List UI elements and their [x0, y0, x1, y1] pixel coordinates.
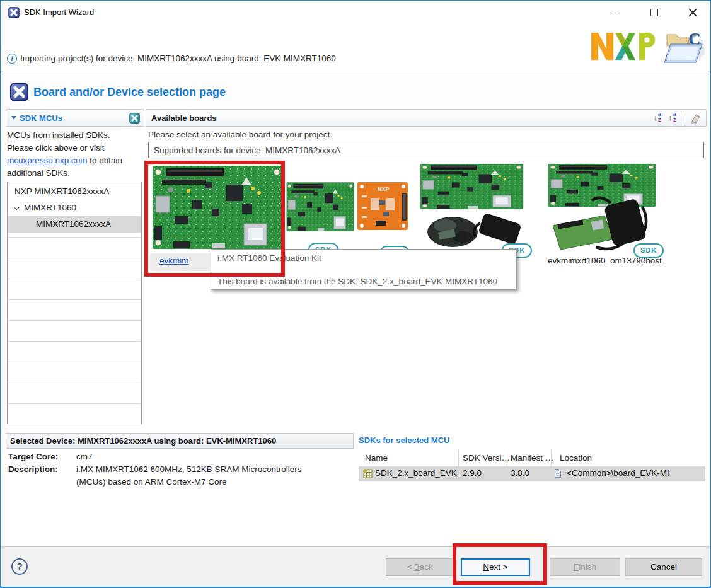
mcu-tree: NXP MIMXRT1062xxxxA MIMXRT1060 MIMXRT106…: [7, 182, 142, 424]
cancel-button[interactable]: Cancel: [625, 558, 702, 576]
available-boards-header: Available boards ↓az ↑az: [146, 109, 707, 127]
clear-filter-eraser-icon[interactable]: [690, 113, 701, 124]
sort-descending-icon[interactable]: ↑az: [668, 112, 681, 125]
help-button[interactable]: ?: [11, 558, 28, 575]
mcuxpresso-banner-icon: [9, 83, 29, 101]
board-image-5-host[interactable]: [548, 163, 656, 253]
tree-item-mimxrt1060[interactable]: MIMXRT1060: [8, 200, 141, 216]
minimize-icon: [611, 13, 619, 13]
col-header-location[interactable]: Location: [560, 453, 592, 463]
available-boards-title: Available boards: [151, 113, 217, 123]
close-icon: [688, 8, 697, 16]
col-header-manifest[interactable]: Manifest …: [511, 453, 553, 463]
cell-manifest-version: 3.8.0: [511, 468, 529, 478]
annotation-highlight-board: [144, 161, 285, 277]
col-header-sdk-version[interactable]: SDK Versi…: [463, 453, 510, 463]
back-button[interactable]: < Back: [386, 558, 454, 576]
cell-sdk-name: SDK_2.x_board_EVK-M: [375, 468, 457, 478]
window-title: SDK Import Wizard: [24, 8, 94, 17]
chevron-down-icon[interactable]: [14, 204, 20, 210]
minimize-button[interactable]: [604, 6, 626, 21]
sdk-import-wizard-window: SDK Import Wizard i Importing project(s)…: [0, 0, 711, 588]
mcuxpresso-link[interactable]: mcuxpresso.nxp.com: [7, 156, 88, 165]
wizard-info-text: Importing project(s) for device: MIMXRT1…: [20, 54, 336, 63]
sdk-mcus-close-icon[interactable]: [129, 113, 140, 124]
selected-device-header: Selected Device: MIMXRT1062xxxxA using b…: [6, 433, 354, 449]
nxp-logo: [590, 31, 655, 62]
sdk-package-grid-icon: [363, 469, 373, 478]
location-file-icon: [554, 468, 562, 478]
selected-device-text: Selected Device: MIMXRT1062xxxxA using b…: [10, 436, 276, 446]
cell-location: <Common>\board_EVK-MI: [567, 468, 705, 478]
tree-item-nxp-root[interactable]: NXP MIMXRT1062xxxxA: [8, 183, 141, 200]
sdk-mcus-title: SDK MCUs: [11, 113, 62, 123]
finish-button[interactable]: Finish: [550, 558, 620, 576]
close-button[interactable]: [681, 6, 703, 21]
board-image-3-orange[interactable]: NXP: [357, 182, 408, 231]
tree-item-mimxrt1062-selected[interactable]: MIMXRT1062xxxxA: [8, 216, 141, 233]
description-label: Description:: [8, 464, 58, 474]
board-image-2[interactable]: [286, 181, 354, 233]
title-bar: SDK Import Wizard: [1, 1, 710, 25]
button-bar: ? < Back Next > Finish Cancel: [1, 547, 710, 587]
description-line1: i.MX MIMXRT1062 600MHz, 512KB SRAM Micro…: [76, 464, 302, 474]
tooltip-body: This board is available from the SDK: SD…: [217, 277, 497, 286]
target-core-label: Target Core:: [8, 452, 58, 461]
maximize-icon: [650, 9, 658, 16]
col-header-name[interactable]: Name: [365, 453, 388, 463]
collapse-twisty-icon[interactable]: [11, 116, 16, 120]
page-title: Board and/or Device selection page: [33, 86, 226, 99]
board-filter-input[interactable]: [148, 142, 704, 158]
target-core-value: cm7: [76, 452, 93, 461]
sdk-mcus-header: SDK MCUs: [6, 109, 144, 127]
svg-text:NXP: NXP: [378, 186, 390, 192]
wizard-banner: Board and/or Device selection page: [1, 74, 710, 109]
board-image-4-kit[interactable]: [420, 163, 524, 253]
annotation-highlight-next: [453, 543, 547, 585]
cell-sdk-version: 2.9.0: [463, 468, 482, 478]
maximize-button[interactable]: [644, 6, 665, 21]
description-line2: (MCUs) based on ARM Cortex-M7 Core: [76, 477, 227, 487]
info-icon: i: [7, 54, 17, 64]
sdk-mcus-description: MCUs from installed SDKs. Please click a…: [7, 129, 143, 180]
sort-ascending-icon[interactable]: ↓az: [653, 112, 666, 125]
desc-line3: to obtain: [88, 156, 123, 165]
import-folder-icon: C C: [663, 30, 706, 65]
desc-line2: Please click above or visit: [7, 143, 105, 153]
desc-line1: MCUs from installed SDKs.: [7, 130, 110, 140]
mcuxpresso-app-icon: [8, 7, 20, 18]
desc-line4: additional SDKs.: [7, 168, 70, 178]
sdks-for-mcu-title: SDKs for selected MCU: [359, 435, 449, 445]
board-instruction: Please select an available board for you…: [148, 130, 332, 139]
sdk-badge-5: SDK: [633, 243, 664, 258]
